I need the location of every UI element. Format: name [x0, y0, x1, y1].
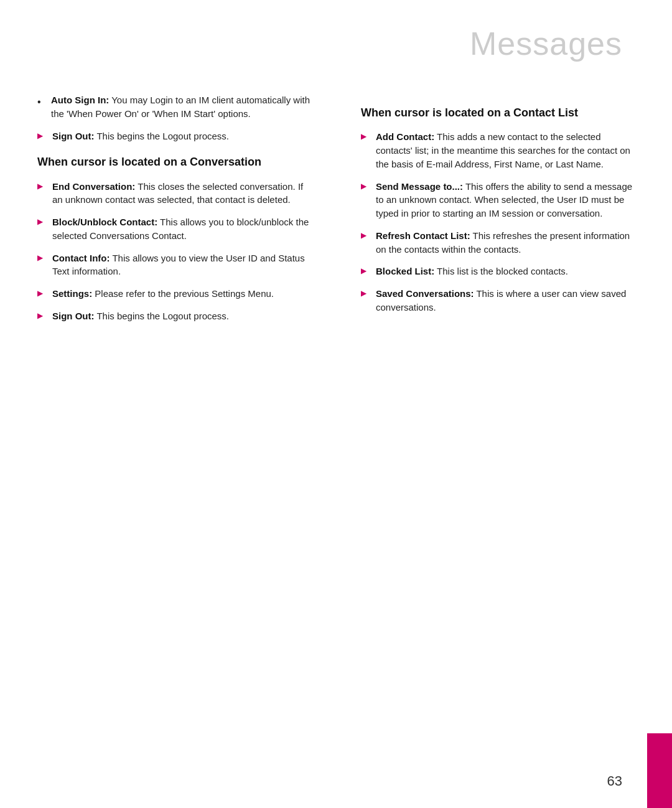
settings-label: Settings:: [52, 288, 92, 299]
contact-info-text: Contact Info: This allows you to view th…: [52, 251, 311, 279]
triangle-icon: [37, 288, 47, 299]
settings-desc: Please refer to the previous Settings Me…: [92, 288, 274, 299]
settings-text: Settings: Please refer to the previous S…: [52, 287, 311, 301]
refresh-contact-text: Refresh Contact List: This refreshes the…: [376, 229, 635, 256]
section2-heading: When cursor is located on a Contact List: [361, 106, 635, 120]
triangle-icon: [37, 181, 47, 192]
list-item: End Conversation: This closes the select…: [37, 180, 311, 207]
left-column: • Auto Sign In: You may Login to an IM c…: [37, 93, 324, 332]
bullet-dot-icon: •: [37, 95, 46, 109]
sign-out-top-label: Sign Out:: [52, 131, 95, 141]
saved-conversations-text: Saved Conversations: This is where a use…: [376, 287, 635, 314]
list-item: Sign Out: This begins the Logout process…: [37, 309, 311, 323]
end-conversation-label: End Conversation:: [52, 181, 135, 192]
list-item: Sign Out: This begins the Logout process…: [37, 129, 311, 143]
list-item: Block/Unblock Contact: This allows you t…: [37, 215, 311, 243]
top-bullets: • Auto Sign In: You may Login to an IM c…: [37, 93, 311, 143]
triangle-icon: [37, 253, 47, 263]
triangle-icon: [361, 266, 371, 276]
triangle-icon: [361, 288, 371, 299]
triangle-icon: [37, 311, 47, 321]
triangle-icon: [361, 131, 371, 142]
content-area: • Auto Sign In: You may Login to an IM c…: [0, 81, 672, 332]
triangle-icon: [361, 230, 371, 241]
pink-bar-decoration: [647, 733, 672, 808]
auto-sign-in-label: Auto Sign In:: [51, 95, 109, 105]
blocked-list-text: Blocked List: This list is the blocked c…: [376, 265, 635, 278]
sign-out-bottom-text: Sign Out: This begins the Logout process…: [52, 309, 311, 323]
sign-out-top-text: Sign Out: This begins the Logout process…: [52, 129, 311, 143]
send-message-text: Send Message to...: This offers the abil…: [376, 180, 635, 220]
list-item: Settings: Please refer to the previous S…: [37, 287, 311, 301]
triangle-icon: [37, 131, 47, 141]
end-conversation-text: End Conversation: This closes the select…: [52, 180, 311, 207]
list-item: Contact Info: This allows you to view th…: [37, 251, 311, 279]
sign-out-bottom-label: Sign Out:: [52, 311, 95, 321]
auto-sign-in-text: Auto Sign In: You may Login to an IM cli…: [51, 93, 311, 121]
triangle-icon: [37, 217, 47, 227]
sign-out-bottom-desc: This begins the Logout process.: [95, 311, 230, 321]
saved-conversations-label: Saved Conversations:: [376, 288, 474, 299]
list-item: Send Message to...: This offers the abil…: [361, 180, 635, 220]
refresh-contact-label: Refresh Contact List:: [376, 230, 470, 241]
add-contact-label: Add Contact:: [376, 131, 434, 142]
contact-info-label: Contact Info:: [52, 253, 110, 263]
add-contact-text: Add Contact: This adds a new contact to …: [376, 130, 635, 171]
page-title: Messages: [0, 0, 672, 81]
triangle-icon: [361, 181, 371, 192]
list-item: Refresh Contact List: This refreshes the…: [361, 229, 635, 256]
blocked-list-label: Blocked List:: [376, 266, 434, 276]
page-number: 63: [607, 773, 622, 789]
block-unblock-text: Block/Unblock Contact: This allows you t…: [52, 215, 311, 243]
blocked-list-desc: This list is the blocked contacts.: [434, 266, 568, 276]
send-message-label: Send Message to...:: [376, 181, 463, 192]
list-item: Blocked List: This list is the blocked c…: [361, 265, 635, 278]
sign-out-top-desc: This begins the Logout process.: [95, 131, 230, 141]
section1-heading: When cursor is located on a Conversation: [37, 155, 311, 169]
right-column: When cursor is located on a Contact List…: [348, 93, 635, 332]
block-unblock-label: Block/Unblock Contact:: [52, 217, 157, 227]
list-item: Saved Conversations: This is where a use…: [361, 287, 635, 314]
list-item: • Auto Sign In: You may Login to an IM c…: [37, 93, 311, 121]
list-item: Add Contact: This adds a new contact to …: [361, 130, 635, 171]
